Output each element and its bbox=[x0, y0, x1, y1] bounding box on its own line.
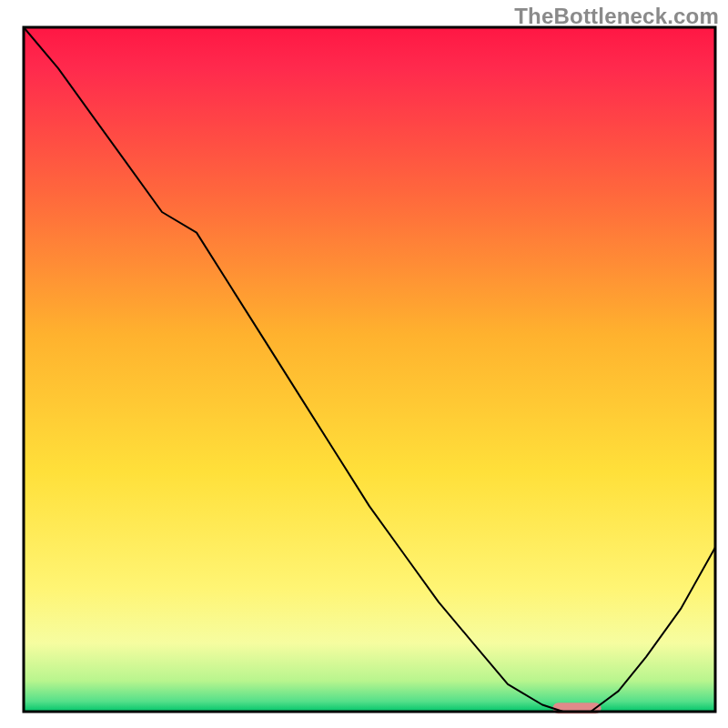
watermark-text: TheBottleneck.com bbox=[514, 4, 719, 29]
plot-background bbox=[24, 27, 715, 712]
bottleneck-chart bbox=[0, 0, 728, 728]
chart-container: TheBottleneck.com bbox=[0, 0, 728, 728]
